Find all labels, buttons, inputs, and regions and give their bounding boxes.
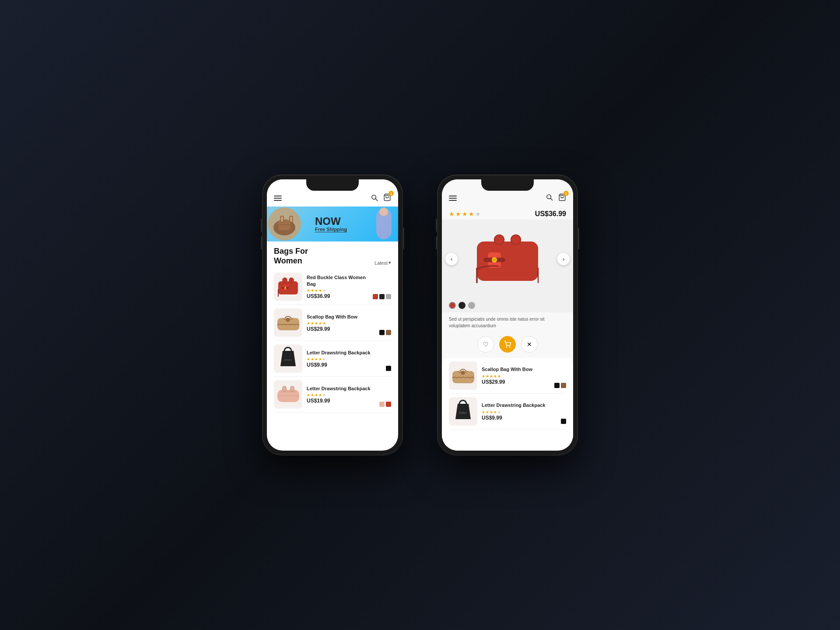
notch xyxy=(481,179,534,191)
color-swatch[interactable] xyxy=(379,402,385,407)
color-swatch[interactable] xyxy=(386,294,391,299)
list-item[interactable]: letter Letter Drawstring Backpack ★ ★ ★ … xyxy=(274,341,391,377)
color-swatch[interactable] xyxy=(373,294,378,299)
section-header: Bags For Women Latest ▾ xyxy=(267,242,398,269)
phone1-screen: 1 xyxy=(267,179,398,451)
product-rating: ★ ★ ★ ★ ★ xyxy=(307,357,382,360)
cart-icon-wrap[interactable]: 1 xyxy=(383,193,391,203)
menu-icon[interactable] xyxy=(449,196,457,201)
product-name: Letter Drawstring Backpack xyxy=(482,402,556,408)
detail-screen: 1 ★ ★ ★ ★ ★ US$36.99 ‹ xyxy=(442,179,573,451)
product-price: US$9.99 xyxy=(307,362,382,368)
svg-rect-41 xyxy=(494,235,504,245)
section-title: Bags For Women xyxy=(274,247,308,266)
color-swatches xyxy=(386,366,391,373)
color-swatch[interactable] xyxy=(561,419,566,424)
svg-point-46 xyxy=(493,259,496,261)
volume-up-button[interactable] xyxy=(261,219,262,232)
volume-up-button[interactable] xyxy=(436,219,438,232)
color-swatch[interactable] xyxy=(386,330,391,335)
detail-stars: ★ ★ ★ ★ ★ xyxy=(449,210,481,217)
color-swatches xyxy=(561,419,566,426)
product-name: Scallop Bag With Bow xyxy=(307,314,375,320)
svg-line-1 xyxy=(375,199,378,201)
product-info: Red Buckle Class Women Bag ★ ★ ★ ★ ★ US$… xyxy=(307,274,368,299)
color-swatch[interactable] xyxy=(561,383,566,388)
color-swatch[interactable] xyxy=(379,330,385,335)
product-price: US$19.99 xyxy=(307,398,375,404)
color-swatches xyxy=(554,383,566,390)
search-icon[interactable] xyxy=(546,194,553,203)
volume-down-button[interactable] xyxy=(261,236,262,249)
power-button[interactable] xyxy=(578,228,579,249)
product-price: US$36.99 xyxy=(307,293,368,299)
color-swatches xyxy=(379,402,391,409)
product-rating: ★ ★ ★ ★ ★ xyxy=(307,393,375,396)
product-list: Red Buckle Class Women Bag ★ ★ ★ ★ ★ US$… xyxy=(267,269,398,451)
power-button[interactable] xyxy=(402,228,404,249)
sort-button[interactable]: Latest ▾ xyxy=(374,260,391,266)
product-image xyxy=(274,308,302,337)
color-swatch[interactable] xyxy=(386,402,391,407)
product-info: Letter Drawstring Backpack ★ ★ ★ ★ ★ US$… xyxy=(307,385,375,404)
product-name: Scallop Bag With Bow xyxy=(482,366,550,372)
color-swatch[interactable] xyxy=(379,294,385,299)
product-rating: ★ ★ ★ ★ ★ xyxy=(482,374,550,378)
product-image xyxy=(449,361,477,390)
close-button[interactable]: ✕ xyxy=(521,336,538,353)
product-price: US$9.99 xyxy=(482,415,556,421)
add-to-cart-button[interactable] xyxy=(499,336,516,353)
product-name: Red Buckle Class Women Bag xyxy=(307,274,368,287)
svg-text:letter: letter xyxy=(284,358,292,362)
list-item[interactable]: letter Letter Drawstring Backpack ★ ★ ★ … xyxy=(449,394,566,430)
svg-point-50 xyxy=(510,346,510,347)
search-icon[interactable] xyxy=(371,194,378,203)
svg-rect-18 xyxy=(283,278,287,283)
product-rating: ★ ★ ★ ★ ★ xyxy=(307,288,368,292)
chevron-down-icon: ▾ xyxy=(388,260,391,266)
svg-rect-13 xyxy=(279,224,290,225)
detail-price: US$36.99 xyxy=(535,210,566,218)
product-hero: ‹ › xyxy=(442,220,573,298)
color-swatches xyxy=(379,330,391,337)
color-selector xyxy=(442,298,573,312)
product-info: Letter Drawstring Backpack ★ ★ ★ ★ ★ US$… xyxy=(482,402,556,420)
action-buttons: ♡ ✕ xyxy=(442,332,573,356)
volume-down-button[interactable] xyxy=(436,236,438,249)
color-swatches xyxy=(373,294,391,301)
cart-icon-wrap[interactable]: 1 xyxy=(558,193,566,203)
color-swatch[interactable] xyxy=(554,383,560,388)
color-option[interactable] xyxy=(458,302,466,309)
product-name: Letter Drawstring Backpack xyxy=(307,385,375,392)
phone-detail-view: 1 ★ ★ ★ ★ ★ US$36.99 ‹ xyxy=(438,175,578,455)
menu-icon[interactable] xyxy=(274,196,282,201)
color-option[interactable] xyxy=(468,302,475,309)
banner-figure xyxy=(372,206,398,242)
next-arrow[interactable]: › xyxy=(557,253,570,265)
prev-arrow[interactable]: ‹ xyxy=(445,253,458,265)
header-icons: 1 xyxy=(371,193,391,203)
product-name: Letter Drawstring Backpack xyxy=(307,350,382,356)
svg-point-49 xyxy=(506,346,507,347)
svg-point-26 xyxy=(286,318,290,322)
list-item[interactable]: Letter Drawstring Backpack ★ ★ ★ ★ ★ US$… xyxy=(274,377,391,413)
list-item[interactable]: Scallop Bag With Bow ★ ★ ★ ★ ★ US$29.99 xyxy=(274,305,391,341)
product-image: letter xyxy=(449,397,477,426)
color-option[interactable] xyxy=(449,302,456,309)
list-item[interactable]: Scallop Bag With Bow ★ ★ ★ ★ ★ US$29.99 xyxy=(449,358,566,394)
product-rating: ★ ★ ★ ★ ★ xyxy=(482,410,556,413)
cart-badge: 1 xyxy=(564,191,569,196)
product-description: Sed ut perspiciatis unde omnis iste natu… xyxy=(442,312,573,332)
notch xyxy=(306,179,359,191)
svg-rect-12 xyxy=(290,216,293,222)
hero-bag-image xyxy=(475,231,540,287)
color-swatch[interactable] xyxy=(386,366,391,371)
banner-text: NOW Free Shipping xyxy=(315,216,347,232)
product-rating: ★ ★ ★ ★ ★ xyxy=(307,321,375,325)
banner-free-shipping-text: Free Shipping xyxy=(315,227,347,232)
svg-point-22 xyxy=(284,287,286,289)
svg-line-38 xyxy=(550,198,553,200)
wishlist-button[interactable]: ♡ xyxy=(477,336,494,353)
list-item[interactable]: Red Buckle Class Women Bag ★ ★ ★ ★ ★ US$… xyxy=(274,269,391,305)
promo-banner[interactable]: NOW Free Shipping xyxy=(267,206,398,242)
